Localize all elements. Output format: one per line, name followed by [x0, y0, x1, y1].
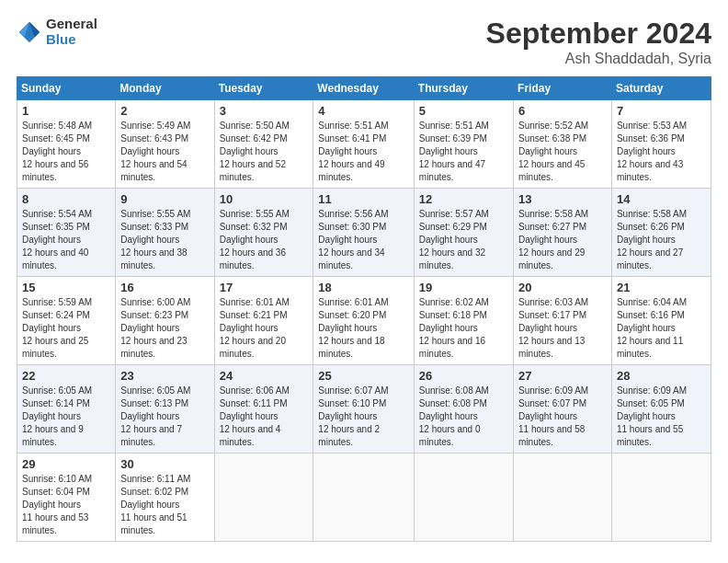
- day-number: 2: [120, 104, 209, 118]
- day-info: Sunrise: 6:08 AMSunset: 6:08 PMDaylight …: [419, 385, 508, 449]
- calendar-header-row: Sunday Monday Tuesday Wednesday Thursday…: [17, 77, 711, 100]
- table-row: 23 Sunrise: 6:05 AMSunset: 6:13 PMDaylig…: [116, 365, 214, 454]
- day-info: Sunrise: 5:49 AMSunset: 6:43 PMDaylight …: [120, 120, 209, 184]
- table-row: 21 Sunrise: 6:04 AMSunset: 6:16 PMDaylig…: [611, 277, 711, 365]
- day-number: 29: [22, 457, 110, 471]
- day-info: Sunrise: 5:57 AMSunset: 6:29 PMDaylight …: [419, 208, 508, 272]
- table-row: 19 Sunrise: 6:02 AMSunset: 6:18 PMDaylig…: [414, 277, 513, 365]
- day-number: 10: [220, 192, 309, 206]
- day-number: 23: [120, 369, 209, 383]
- day-info: Sunrise: 6:09 AMSunset: 6:05 PMDaylight …: [617, 385, 706, 449]
- table-row: [514, 454, 612, 542]
- calendar-week-row: 8 Sunrise: 5:54 AMSunset: 6:35 PMDayligh…: [17, 189, 711, 277]
- day-info: Sunrise: 6:02 AMSunset: 6:18 PMDaylight …: [419, 296, 508, 361]
- day-number: 18: [318, 281, 408, 294]
- table-row: 9 Sunrise: 5:55 AMSunset: 6:33 PMDayligh…: [116, 189, 214, 277]
- table-row: [414, 454, 513, 542]
- table-row: 15 Sunrise: 5:59 AMSunset: 6:24 PMDaylig…: [17, 277, 116, 365]
- day-number: 7: [617, 104, 706, 118]
- day-number: 12: [419, 192, 508, 206]
- day-number: 4: [318, 104, 408, 118]
- title-block: September 2024 Ash Shaddadah, Syria: [486, 17, 711, 67]
- table-row: 18 Sunrise: 6:01 AMSunset: 6:20 PMDaylig…: [313, 277, 414, 365]
- calendar-week-row: 15 Sunrise: 5:59 AMSunset: 6:24 PMDaylig…: [17, 277, 711, 365]
- table-row: 30 Sunrise: 6:11 AMSunset: 6:02 PMDaylig…: [116, 454, 214, 542]
- day-info: Sunrise: 5:53 AMSunset: 6:36 PMDaylight …: [617, 120, 706, 184]
- day-info: Sunrise: 6:05 AMSunset: 6:14 PMDaylight …: [22, 385, 110, 449]
- day-number: 8: [22, 192, 110, 206]
- day-number: 22: [22, 369, 110, 383]
- table-row: 4 Sunrise: 5:51 AMSunset: 6:41 PMDayligh…: [313, 100, 414, 189]
- table-row: [214, 454, 313, 542]
- logo-icon: [17, 19, 42, 45]
- day-number: 16: [120, 281, 209, 294]
- calendar-page: General Blue September 2024 Ash Shaddada…: [0, 0, 728, 563]
- table-row: 17 Sunrise: 6:01 AMSunset: 6:21 PMDaylig…: [214, 277, 313, 365]
- table-row: 7 Sunrise: 5:53 AMSunset: 6:36 PMDayligh…: [611, 100, 711, 189]
- day-number: 14: [617, 192, 706, 206]
- day-number: 6: [518, 104, 607, 118]
- table-row: 24 Sunrise: 6:06 AMSunset: 6:11 PMDaylig…: [214, 365, 313, 454]
- calendar-week-row: 1 Sunrise: 5:48 AMSunset: 6:45 PMDayligh…: [17, 100, 711, 189]
- header: General Blue September 2024 Ash Shaddada…: [17, 17, 711, 67]
- table-row: [313, 454, 414, 542]
- day-number: 17: [220, 281, 309, 294]
- day-number: 30: [120, 457, 209, 471]
- day-number: 27: [518, 369, 607, 383]
- calendar-week-row: 22 Sunrise: 6:05 AMSunset: 6:14 PMDaylig…: [17, 365, 711, 454]
- col-monday: Monday: [116, 77, 214, 100]
- day-info: Sunrise: 5:48 AMSunset: 6:45 PMDaylight …: [22, 120, 110, 184]
- day-info: Sunrise: 5:59 AMSunset: 6:24 PMDaylight …: [22, 296, 110, 361]
- col-wednesday: Wednesday: [313, 77, 414, 100]
- location-title: Ash Shaddadah, Syria: [486, 51, 711, 67]
- day-info: Sunrise: 6:01 AMSunset: 6:21 PMDaylight …: [220, 296, 309, 361]
- day-info: Sunrise: 5:56 AMSunset: 6:30 PMDaylight …: [318, 208, 408, 272]
- table-row: 25 Sunrise: 6:07 AMSunset: 6:10 PMDaylig…: [313, 365, 414, 454]
- table-row: 29 Sunrise: 6:10 AMSunset: 6:04 PMDaylig…: [17, 454, 116, 542]
- table-row: 12 Sunrise: 5:57 AMSunset: 6:29 PMDaylig…: [414, 189, 513, 277]
- day-info: Sunrise: 5:54 AMSunset: 6:35 PMDaylight …: [22, 208, 110, 272]
- day-info: Sunrise: 5:51 AMSunset: 6:41 PMDaylight …: [318, 120, 408, 184]
- day-number: 3: [220, 104, 309, 118]
- table-row: 13 Sunrise: 5:58 AMSunset: 6:27 PMDaylig…: [514, 189, 612, 277]
- table-row: 27 Sunrise: 6:09 AMSunset: 6:07 PMDaylig…: [514, 365, 612, 454]
- day-info: Sunrise: 6:01 AMSunset: 6:20 PMDaylight …: [318, 296, 408, 361]
- day-number: 26: [419, 369, 508, 383]
- col-tuesday: Tuesday: [214, 77, 313, 100]
- table-row: 5 Sunrise: 5:51 AMSunset: 6:39 PMDayligh…: [414, 100, 513, 189]
- day-number: 9: [120, 192, 209, 206]
- day-number: 19: [419, 281, 508, 294]
- logo: General Blue: [17, 17, 97, 47]
- table-row: 10 Sunrise: 5:55 AMSunset: 6:32 PMDaylig…: [214, 189, 313, 277]
- day-info: Sunrise: 5:55 AMSunset: 6:33 PMDaylight …: [120, 208, 209, 272]
- table-row: 8 Sunrise: 5:54 AMSunset: 6:35 PMDayligh…: [17, 189, 116, 277]
- table-row: 3 Sunrise: 5:50 AMSunset: 6:42 PMDayligh…: [214, 100, 313, 189]
- logo-blue-text: Blue: [46, 32, 97, 48]
- day-number: 25: [318, 369, 408, 383]
- day-info: Sunrise: 5:52 AMSunset: 6:38 PMDaylight …: [518, 120, 607, 184]
- day-info: Sunrise: 6:11 AMSunset: 6:02 PMDaylight …: [120, 473, 209, 537]
- col-saturday: Saturday: [611, 77, 711, 100]
- day-info: Sunrise: 6:06 AMSunset: 6:11 PMDaylight …: [220, 385, 309, 449]
- table-row: 22 Sunrise: 6:05 AMSunset: 6:14 PMDaylig…: [17, 365, 116, 454]
- day-info: Sunrise: 5:50 AMSunset: 6:42 PMDaylight …: [220, 120, 309, 184]
- day-info: Sunrise: 6:09 AMSunset: 6:07 PMDaylight …: [518, 385, 607, 449]
- month-title: September 2024: [486, 17, 711, 51]
- calendar-table: Sunday Monday Tuesday Wednesday Thursday…: [17, 76, 711, 542]
- table-row: 11 Sunrise: 5:56 AMSunset: 6:30 PMDaylig…: [313, 189, 414, 277]
- col-sunday: Sunday: [17, 77, 116, 100]
- table-row: 20 Sunrise: 6:03 AMSunset: 6:17 PMDaylig…: [514, 277, 612, 365]
- table-row: 28 Sunrise: 6:09 AMSunset: 6:05 PMDaylig…: [611, 365, 711, 454]
- table-row: 1 Sunrise: 5:48 AMSunset: 6:45 PMDayligh…: [17, 100, 116, 189]
- logo-text: General Blue: [46, 17, 97, 47]
- day-number: 20: [518, 281, 607, 294]
- table-row: 6 Sunrise: 5:52 AMSunset: 6:38 PMDayligh…: [514, 100, 612, 189]
- day-info: Sunrise: 5:55 AMSunset: 6:32 PMDaylight …: [220, 208, 309, 272]
- col-thursday: Thursday: [414, 77, 513, 100]
- table-row: 26 Sunrise: 6:08 AMSunset: 6:08 PMDaylig…: [414, 365, 513, 454]
- logo-general-text: General: [46, 17, 97, 32]
- day-number: 24: [220, 369, 309, 383]
- col-friday: Friday: [514, 77, 612, 100]
- day-number: 28: [617, 369, 706, 383]
- day-info: Sunrise: 6:03 AMSunset: 6:17 PMDaylight …: [518, 296, 607, 361]
